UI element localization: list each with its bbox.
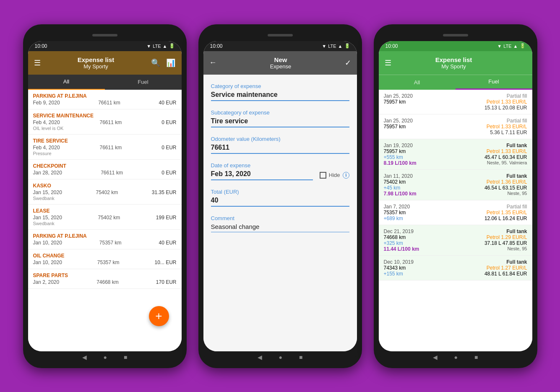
fuel-row2-1: 75957 km Petrol 1.33 EUR/L <box>384 124 527 130</box>
status-time-1: 10:00 <box>35 43 47 49</box>
fuel-item-header-5: Dec 21, 2019 Full tank <box>384 228 527 234</box>
tab-all-1[interactable]: All <box>28 75 105 90</box>
expense-title-1: SERVICE MAINTENANCE <box>33 113 177 119</box>
expense-title-0: PARKING AT P.LEJINA <box>33 93 177 99</box>
fuel-item-6[interactable]: Dec 10, 2019 Full tank 74343 km Petrol 1… <box>379 256 532 280</box>
category-value: Service maintenance <box>211 91 349 101</box>
wifi-icon-2: ▼ <box>322 44 326 49</box>
fuel-efficiency-5: 11.44 L/100 km <box>384 246 419 252</box>
battery-icon-3: 🔋 <box>520 43 526 49</box>
expense-amount-7: 10... EUR <box>154 260 176 265</box>
back-nav-3[interactable]: ◀ <box>433 354 438 361</box>
fuel-row2-5: 74668 km Petrol 1.29 EUR/L <box>384 234 527 240</box>
hide-checkbox-row[interactable]: Hide ℹ <box>320 172 349 179</box>
expense-list-1[interactable]: PARKING AT P.LEJINA Feb 9, 2020 76611 km… <box>28 90 182 351</box>
expense-item-4[interactable]: KASKO Jan 15, 2020 75402 km 31.35 EUR Sw… <box>28 179 182 205</box>
fuel-row2-6: 74343 km Petrol 1.27 EUR/L <box>384 265 527 271</box>
fab-add-expense[interactable]: + <box>149 306 169 326</box>
phone-2-screen: 10:00 ▼ LTE ▲ 🔋 ← New Expense ✓ <box>203 41 357 351</box>
phone-3: 10:00 ▼ LTE ▲ 🔋 ☰ Expense list My Sporty <box>374 24 537 368</box>
status-time-2: 10:00 <box>210 43 223 49</box>
fuel-amount-6: 48.81 L 61.84 EUR <box>484 271 527 277</box>
expense-item-0[interactable]: PARKING AT P.LEJINA Feb 9, 2020 76611 km… <box>28 90 182 109</box>
expense-item-1[interactable]: SERVICE MAINTENANCE Feb 4, 2020 76611 km… <box>28 109 182 135</box>
header-subtitle-1: My Sporty <box>78 63 115 70</box>
fuel-amount-3: 46.54 L 63.15 EUR <box>484 185 527 191</box>
tab-fuel-1[interactable]: Fuel <box>105 75 182 90</box>
expense-item-8[interactable]: SPARE PARTS Jan 2, 2020 74668 km 170 EUR <box>28 269 182 289</box>
menu-icon-1[interactable]: ☰ <box>34 58 41 67</box>
expense-title-8: SPARE PARTS <box>33 273 177 278</box>
expense-note-1: OIL level is OK <box>33 126 177 131</box>
fuel-item-5[interactable]: Dec 21, 2019 Full tank 74668 km Petrol 1… <box>379 225 532 256</box>
recents-nav-1[interactable]: ■ <box>124 354 127 361</box>
phone-2-notch <box>203 29 357 41</box>
expense-item-5[interactable]: LEASE Jan 15, 2020 75402 km 199 EUR Swed… <box>28 205 182 230</box>
expense-item-7[interactable]: OIL CHANGE Jan 10, 2020 75357 km 10... E… <box>28 249 182 269</box>
expense-km-0: 76611 km <box>98 100 120 106</box>
expense-km-2: 76611 km <box>100 145 122 151</box>
fuel-filltype-6: Full tank <box>506 259 527 265</box>
info-icon[interactable]: ℹ <box>343 172 349 179</box>
date-value: Feb 13, 2020 <box>211 170 313 180</box>
expense-date-5: Jan 15, 2020 <box>33 215 62 221</box>
wifi-icon: ▼ <box>146 44 151 49</box>
comment-field[interactable]: Comment Seasonal change <box>211 215 349 232</box>
fuel-details-0: 15.13 L 20.08 EUR <box>384 105 527 111</box>
subcategory-field[interactable]: Subcategory of expense Tire service <box>211 109 349 127</box>
fuel-item-4[interactable]: Jan 7, 2020 Partial fill 75357 km Petrol… <box>379 200 532 225</box>
expense-details-6: Jan 10, 2020 75357 km 40 EUR <box>33 240 177 246</box>
notch-dot <box>92 34 117 36</box>
expense-item-3[interactable]: CHECKPOINT Jan 28, 2020 76611 km 0 EUR <box>28 160 182 179</box>
date-field[interactable]: Date of expense Feb 13, 2020 Hide ℹ <box>211 162 349 180</box>
status-bar-3: 10:00 ▼ LTE ▲ 🔋 <box>379 41 532 51</box>
expense-item-2[interactable]: TIRE SERVICE Feb 4, 2020 76611 km 0 EUR … <box>28 135 182 160</box>
date-row: Feb 13, 2020 Hide ℹ <box>211 170 349 180</box>
phone-1-screen: 10:00 ▼ LTE ▲ 🔋 ☰ Expense list My Sporty… <box>28 41 182 351</box>
home-nav-1[interactable]: ● <box>104 354 107 361</box>
expense-note-2: Pressure <box>33 151 177 156</box>
chart-icon-1[interactable]: 📊 <box>166 58 175 67</box>
home-nav-2[interactable]: ● <box>279 354 282 361</box>
home-nav-3[interactable]: ● <box>454 354 458 361</box>
total-field[interactable]: Total (EUR) 40 <box>211 189 349 207</box>
fuel-filltype-5: Full tank <box>506 228 527 234</box>
fuel-date-3: Jan 11, 2020 <box>384 173 413 179</box>
fuel-row2-0: 75957 km Petrol 1.33 EUR/L <box>384 99 527 105</box>
phone-1: 10:00 ▼ LTE ▲ 🔋 ☰ Expense list My Sporty… <box>23 24 187 368</box>
tab-all-3[interactable]: All <box>379 75 456 90</box>
expense-title-7: OIL CHANGE <box>33 253 177 259</box>
fuel-date-0: Jan 25, 2020 <box>384 93 413 99</box>
fuel-amount-0: 15.13 L 20.08 EUR <box>484 105 527 111</box>
fuel-delta-2: +555 km <box>384 154 403 160</box>
expense-item-6[interactable]: PARKING AT P.LEJINA Jan 10, 2020 75357 k… <box>28 230 182 249</box>
fuel-filltype-4: Partial fill <box>507 204 527 210</box>
check-icon-2[interactable]: ✓ <box>345 58 351 67</box>
fuel-item-0[interactable]: Jan 25, 2020 Partial fill 75957 km Petro… <box>379 90 532 114</box>
fuel-details-1: 5.36 L 7.11 EUR <box>384 130 527 135</box>
odometer-field[interactable]: Odometer value (Kilometers) 76611 <box>211 136 349 154</box>
back-icon-2[interactable]: ← <box>209 58 217 67</box>
expense-km-7: 75357 km <box>97 260 120 265</box>
fuel-type-1: Petrol 1.33 EUR/L <box>487 124 527 130</box>
menu-icon-3[interactable]: ☰ <box>385 58 391 67</box>
fuel-list-3[interactable]: Jan 25, 2020 Partial fill 75957 km Petro… <box>379 90 532 351</box>
recents-nav-2[interactable]: ■ <box>299 354 302 361</box>
fuel-item-2[interactable]: Jan 19, 2020 Full tank 75957 km Petrol 1… <box>379 139 532 170</box>
back-nav-1[interactable]: ◀ <box>82 354 87 361</box>
tab-fuel-3[interactable]: Fuel <box>456 75 532 90</box>
expense-details-1: Feb 4, 2020 76611 km 0 EUR <box>33 119 177 125</box>
recents-nav-3[interactable]: ■ <box>474 354 478 361</box>
fuel-item-3[interactable]: Jan 11, 2020 Full tank 75402 km Petrol 1… <box>379 170 532 200</box>
search-icon-1[interactable]: 🔍 <box>151 58 160 67</box>
total-value: 40 <box>211 197 349 207</box>
comment-value: Seasonal change <box>211 223 349 232</box>
category-field[interactable]: Category of expense Service maintenance <box>211 83 349 101</box>
expense-title-5: LEASE <box>33 208 177 214</box>
fuel-item-1[interactable]: Jan 25, 2020 Partial fill 75957 km Petro… <box>379 114 532 139</box>
phone-2-bottom: ◀ ● ■ <box>203 351 357 363</box>
back-nav-2[interactable]: ◀ <box>258 354 262 361</box>
hide-checkbox-box[interactable] <box>320 172 326 179</box>
category-label: Category of expense <box>211 83 349 89</box>
fuel-filltype-3: Full tank <box>506 173 527 179</box>
